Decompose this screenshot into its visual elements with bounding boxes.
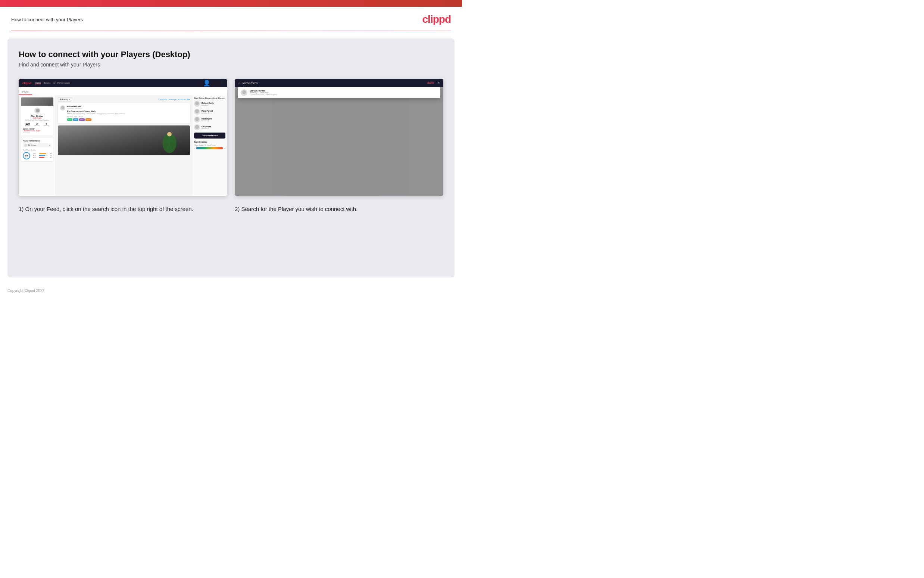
instruction-text-2: 2) Search for the Player you wish to con… <box>235 205 443 214</box>
sc1-control-link[interactable]: Control who can see your activity and da… <box>158 99 190 101</box>
sc1-bar-ott: OTT 79 <box>33 153 52 154</box>
sc1-search-icon[interactable]: ⌕ <box>197 80 201 86</box>
sc1-stat-activities: 129 Activities <box>25 122 30 127</box>
sc1-left-panel: Blair McHarg Golf Coach Mill Ride Golf C… <box>19 95 56 196</box>
header: How to connect with your Players clippd <box>0 7 462 31</box>
instructions-row: 1) On your Feed, click on the search ico… <box>19 205 443 214</box>
sc1-latest-label: Latest Activity Afternoon round of golf … <box>23 128 51 133</box>
sc1-team-dashboard-btn[interactable]: Team Dashboard <box>194 133 225 138</box>
sc1-stat-foll-label: Followers <box>34 125 40 127</box>
sc1-player-info-richard: Richard Butler Activities: 7 <box>202 102 214 106</box>
sc1-pp-title: Player Performance <box>23 140 52 142</box>
sc1-act-date: Yesterday · The Grove <box>67 107 188 109</box>
sc1-logo: clippd <box>23 81 31 85</box>
sc1-stat-act-label: Activities <box>25 125 30 127</box>
sc1-player-av-piers <box>194 109 200 115</box>
sc1-middle-panel: Following ▾ Control who can see your act… <box>56 95 192 196</box>
sc1-player-info-hiral: Hiral Pujara Activities: 3 <box>202 118 212 122</box>
sc1-stat-followers: 3 Followers <box>34 122 40 127</box>
sc2-search-input[interactable]: Marcus Turner <box>243 82 425 84</box>
sc1-following-row: Following ▾ Control who can see your act… <box>58 97 190 102</box>
sc1-player-richard: Richard Butler Activities: 7 <box>194 101 225 107</box>
sc1-player-info-piers: Piers Parnell Activities: 4 <box>202 110 213 114</box>
sc1-navbar: clippd Home Teams My Performance ⌕ 👤 ⚙ A <box>19 79 227 87</box>
main-heading: How to connect with your Players (Deskto… <box>19 50 443 59</box>
sc1-nav-home[interactable]: Home <box>35 82 41 84</box>
sc1-user-icon[interactable]: 👤 <box>203 80 210 87</box>
sc1-act-title: Pre Tournament Course Walk <box>67 110 188 112</box>
sc1-bar-app: APP 70 <box>33 155 52 156</box>
sc1-player-eli: Eli Vincent Activities: 1 <box>194 124 225 130</box>
page-title: How to connect with your Players <box>11 17 83 23</box>
sc1-tpq-label: Total Player Quality <box>23 149 52 151</box>
sc1-nav-teams[interactable]: Teams <box>44 82 51 84</box>
instruction-text-1: 1) On your Feed, click on the search ico… <box>19 205 227 214</box>
sc2-close-button[interactable]: × <box>438 81 440 85</box>
sc1-player-av-hiral <box>194 117 200 122</box>
sc2-result-item[interactable]: Marcus Turner Yesterday · 1.5 Handicap C… <box>241 89 437 96</box>
sc1-act-avatar <box>60 105 65 110</box>
sc1-act-desc: Walking the course with my coach to buil… <box>67 113 188 115</box>
sc1-photo-area <box>58 125 190 155</box>
sc1-feed-tab[interactable]: Feed <box>19 89 32 95</box>
sc1-stat-folg-label: Following <box>44 125 49 127</box>
sc1-player-piers: Piers Parnell Activities: 4 <box>194 109 225 115</box>
sc1-most-active-title: Most Active Players - Last 30 days <box>194 97 225 99</box>
sc1-act-tags: OTT APP ARG PUTT <box>67 119 188 121</box>
sc1-profile-avatar <box>34 107 40 114</box>
logo: clippd <box>422 13 451 25</box>
sc1-stats-row: 129 Activities 3 Followers 4 Following <box>23 122 51 127</box>
screenshot-1: clippd Home Teams My Performance ⌕ 👤 ⚙ A… <box>19 79 227 196</box>
instruction-2: 2) Search for the Player you wish to con… <box>235 205 443 214</box>
sc1-tag-putt: PUTT <box>86 119 91 121</box>
sc1-nav-my-performance[interactable]: My Performance <box>53 82 70 84</box>
sc2-result-info: Marcus Turner Yesterday · 1.5 Handicap C… <box>250 89 277 96</box>
sc1-heatmap-scale: -5 +5 <box>194 147 225 149</box>
sc2-search-icon: ⌕ <box>238 81 240 85</box>
sc1-pp-player-name: Eli Vincent <box>24 144 36 147</box>
sc1-tag-arg: ARG <box>79 119 85 121</box>
top-bar <box>0 0 462 7</box>
footer: Copyright Clippd 2022 <box>0 285 462 297</box>
sc1-stat-following: 4 Following <box>44 122 49 127</box>
divider <box>11 31 451 31</box>
sc1-player-info-eli: Eli Vincent Activities: 1 <box>202 125 211 130</box>
main-content: How to connect with your Players (Deskto… <box>8 39 455 278</box>
sc2-search-results: Marcus Turner Yesterday · 1.5 Handicap C… <box>238 87 440 98</box>
main-subheading: Find and connect with your Players <box>19 62 443 68</box>
sc1-avatar-icon[interactable]: A <box>219 80 223 86</box>
sc1-golfer-svg <box>153 125 186 155</box>
sc1-pp-arrow-icon: ▾ <box>49 144 50 146</box>
svg-point-1 <box>167 132 172 136</box>
sc1-profile-card: Blair McHarg Golf Coach Mill Ride Golf C… <box>21 97 53 136</box>
sc1-activity-card: Richard Butler Yesterday · The Grove Pre… <box>58 103 190 123</box>
sc1-team-heatmap-title: Team Heatmap <box>194 141 225 143</box>
sc2-search-bar: ⌕ Marcus Turner CLEAR × <box>235 79 443 87</box>
sc1-bar-arg: ARG 62 <box>33 157 52 158</box>
sc1-latest-date: 27 Jul 2022 <box>23 132 51 133</box>
sc1-heatmap-subtitle: Player Quality · 20 Round Trend <box>194 144 225 146</box>
sc2-clear-button[interactable]: CLEAR <box>427 82 434 84</box>
sc1-player-hiral: Hiral Pujara Activities: 3 <box>194 117 225 122</box>
copyright: Copyright Clippd 2022 <box>8 289 44 293</box>
sc1-right-panel: Most Active Players - Last 30 days Richa… <box>192 95 227 196</box>
sc2-result-sub2: Cypress Point Club, United Kingdom <box>250 94 277 96</box>
sc1-score-circle: 84 <box>23 152 30 159</box>
sc1-pp-select[interactable]: Eli Vincent ▾ <box>23 143 52 148</box>
sc1-player-av-richard <box>194 101 200 107</box>
sc1-body: Blair McHarg Golf Coach Mill Ride Golf C… <box>19 95 227 196</box>
sc1-settings-icon[interactable]: ⚙ <box>212 80 218 87</box>
sc1-tag-ott: OTT <box>67 119 73 121</box>
sc1-player-performance: Player Performance Eli Vincent ▾ Total P… <box>21 138 53 161</box>
sc1-following-btn[interactable]: Following ▾ <box>58 97 72 102</box>
screenshots-row: clippd Home Teams My Performance ⌕ 👤 ⚙ A… <box>19 79 443 196</box>
sc1-player-av-eli <box>194 124 200 130</box>
sc1-nav-icons: ⌕ 👤 ⚙ A <box>197 80 223 87</box>
screenshot-2: ⌕ Marcus Turner CLEAR × Marcus Turner Ye… <box>235 79 443 196</box>
sc1-act-info: Richard Butler Yesterday · The Grove Pre… <box>67 105 188 121</box>
sc1-tag-app: APP <box>73 119 78 121</box>
sc2-result-avatar <box>241 89 248 96</box>
instruction-1: 1) On your Feed, click on the search ico… <box>19 205 227 214</box>
sc1-profile-club: Mill Ride Golf Club, United Kingdom <box>23 119 51 121</box>
sc1-profile-banner <box>21 97 53 106</box>
